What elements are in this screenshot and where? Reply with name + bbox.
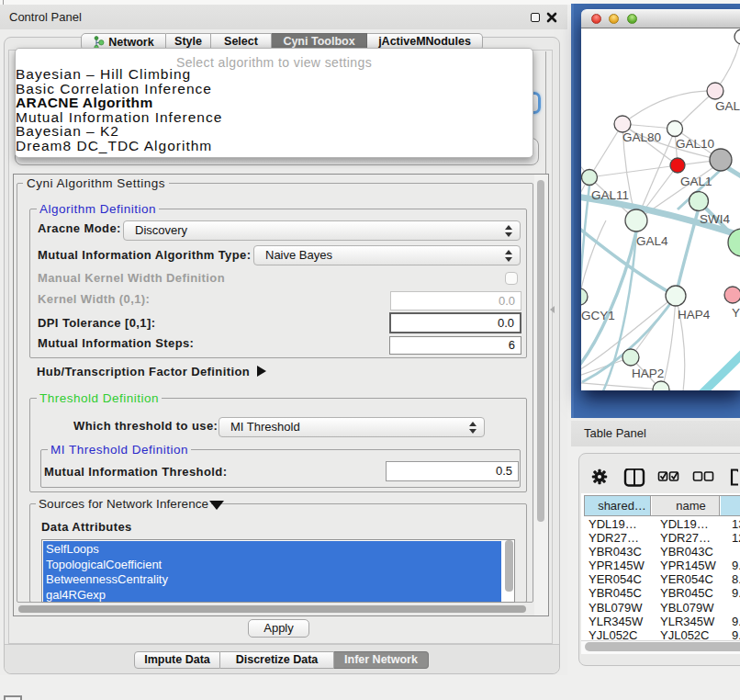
svg-text:GAL7: GAL7 <box>715 99 740 113</box>
svg-text:SWI4: SWI4 <box>700 212 730 226</box>
svg-text:GAL4: GAL4 <box>636 234 668 248</box>
svg-text:HAP4: HAP4 <box>678 308 711 322</box>
svg-text:GCY1: GCY1 <box>581 309 615 322</box>
svg-text:GAL11: GAL11 <box>591 188 629 202</box>
svg-text:Y: Y <box>732 306 740 320</box>
svg-text:GAL80: GAL80 <box>622 130 661 144</box>
svg-text:GAL10: GAL10 <box>676 137 714 151</box>
svg-text:GAL1: GAL1 <box>680 175 712 188</box>
svg-text:HAP2: HAP2 <box>632 367 664 380</box>
